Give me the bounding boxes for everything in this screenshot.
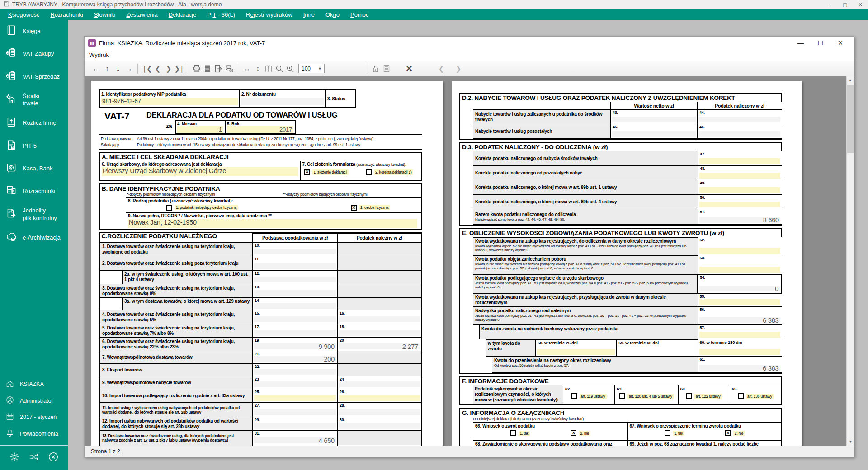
wydruk-menu[interactable]: Wydruk: [85, 49, 854, 61]
menubar-item-4[interactable]: Zestawienia: [121, 10, 163, 19]
row-sublabel: Kwota ta nie może być wyższa niż różnica…: [475, 262, 696, 270]
row-sublabel: Kwota wykazana w poz. 52 nie może być wy…: [475, 244, 696, 252]
application-root: TRYB AWARYJNY - Komputerowa księga przyc…: [0, 0, 868, 470]
pan-left-icon[interactable]: ←: [91, 63, 102, 75]
history-back-icon[interactable]: ❮: [435, 63, 446, 75]
field-number: 63.: [617, 386, 676, 391]
shuffle-icon[interactable]: [28, 451, 40, 465]
field-7-note: (zaznaczyć właściwy kwadrat):: [356, 162, 406, 167]
section-e-last-row: Kwota do przeniesienia na następny okres…: [473, 357, 782, 373]
menubar-item-6[interactable]: PIT - 36(L): [202, 10, 241, 19]
row-value-1: 31.4 650: [253, 431, 338, 445]
sidebar-item-vat-zakupy[interactable]: VAT-Zakupy: [0, 42, 68, 65]
sidebar-item-rozrachunki[interactable]: Rozrachunki: [0, 180, 68, 202]
pan-up-icon[interactable]: ↑: [102, 63, 113, 75]
last-page-icon[interactable]: ❯❘: [174, 63, 184, 75]
menubar-item-10[interactable]: Pomoc: [345, 10, 374, 19]
field-6: 6. Urząd skarbowy, do którego adresowana…: [100, 161, 300, 180]
field-number: 51.: [700, 210, 705, 214]
scroll-down-icon[interactable]: ▼: [847, 438, 854, 446]
row-label: 6. Dostawa towarów oraz świadczenie usłu…: [100, 338, 253, 351]
first-page-icon[interactable]: ❘❮: [141, 63, 152, 75]
xml-export-icon[interactable]: XML: [202, 63, 213, 75]
sidebar-item-ksi-ga[interactable]: Księga: [0, 20, 68, 42]
sidebar-item-label: e-Archiwizacja: [23, 234, 61, 241]
sidebar-item-rozlicz-firm-[interactable]: Rozlicz firmę: [0, 112, 68, 134]
sidebar-footer-item-ksiazka[interactable]: KSIAZKA: [0, 376, 68, 393]
sidebar-item-jednolity-plik-kontrolny[interactable]: JPKJednolity plik kontrolny: [0, 202, 68, 226]
scrollbar-thumb[interactable]: [847, 85, 854, 153]
sidebar-footer: KSIAZKAAdministrator2017 - styczeńPowiad…: [0, 376, 68, 470]
menubar-item-7[interactable]: Rejestr wydruków: [241, 10, 298, 19]
pan-down-icon[interactable]: ↓: [113, 63, 123, 75]
section-c-row: 2a. w tym świadczenie usług, o których m…: [100, 271, 421, 284]
field-fill: [254, 330, 336, 336]
report-icon: ▮▮: [88, 39, 96, 47]
row-label: 12. Import usług nabywanych od podatnikó…: [100, 417, 253, 431]
row-value-2: [338, 243, 421, 256]
menubar-item-5[interactable]: Deklaracje: [163, 10, 202, 19]
menubar-item-1[interactable]: Księgowość: [3, 10, 45, 19]
sidebar-footer-item-powiadomienia[interactable]: Powiadomienia: [0, 426, 68, 442]
close-circle-icon[interactable]: [47, 451, 59, 465]
section-c-col1-header: Podstawa opodatkowania w zł: [253, 233, 338, 243]
row-value-1: 15.: [253, 310, 338, 324]
row-value-2: [338, 431, 421, 445]
field-number: 20: [340, 338, 344, 343]
field-number: 61.: [700, 357, 705, 362]
doc-maximize-button[interactable]: ☐: [811, 37, 830, 49]
sidebar-item-vat-sprzeda-[interactable]: VAT-Sprzedaż: [0, 66, 68, 88]
form-code: VAT-7: [104, 111, 129, 122]
field-fill: [254, 409, 336, 415]
close-preview-icon[interactable]: ✕: [404, 63, 415, 75]
preview-vertical-scrollbar[interactable]: ▲ ▼: [846, 76, 854, 446]
gear-icon[interactable]: [9, 451, 20, 465]
lock-icon[interactable]: [370, 63, 381, 75]
doc-minimize-button[interactable]: —: [791, 37, 811, 49]
checkbox-label: art. 120 ust. 4 lub 5 ustawy: [627, 394, 674, 399]
fit-width-icon[interactable]: ↔: [241, 63, 252, 75]
scroll-up-icon[interactable]: ▲: [847, 76, 854, 84]
menubar-item-3[interactable]: Słowniki: [89, 10, 121, 19]
sidebar-footer-item-2017-styczeń[interactable]: 2017 - styczeń: [0, 409, 68, 426]
field-7: 7. Cel złożenia formularza (zaznaczyć wł…: [300, 161, 421, 180]
fit-height-icon[interactable]: ↕: [252, 63, 263, 75]
zoom-in-icon[interactable]: [285, 63, 296, 75]
sidebar-footer-item-administrator[interactable]: Administrator: [0, 393, 68, 409]
menubar-item-9[interactable]: Okno: [320, 10, 345, 19]
row-value-1: 45.: [611, 124, 698, 139]
app-minimize-button[interactable]: –: [822, 0, 837, 9]
section-c-col2-header: Podatek należny w zł: [338, 233, 421, 243]
app-close-button[interactable]: ✕: [853, 0, 868, 9]
sidebar-item-e-archiwizacja[interactable]: e-Archiwizacja: [0, 226, 68, 249]
print-add-icon[interactable]: [224, 63, 235, 75]
summary-icon[interactable]: [381, 63, 392, 75]
menubar-item-8[interactable]: Inne: [298, 10, 320, 19]
toolbar-separator: [367, 64, 367, 74]
prev-page-icon[interactable]: ❮: [152, 63, 163, 75]
app-maximize-button[interactable]: ▢: [837, 0, 853, 9]
pan-right-icon[interactable]: →: [123, 63, 134, 75]
zoom-out-icon[interactable]: [274, 63, 285, 75]
toolbar-separator: [137, 64, 138, 74]
sidebar-item-kasa-bank[interactable]: Kasa, Bank: [0, 157, 68, 180]
field-60: 60. w terminie 180 dni: [698, 339, 782, 357]
sidebar-item--rodki-trwa-e[interactable]: Środki trwałe: [0, 88, 68, 112]
checkbox-label: 1. złożenie deklaracji: [312, 169, 349, 175]
menubar-item-2[interactable]: Rozrachunki: [45, 10, 88, 19]
print-icon[interactable]: [191, 63, 202, 75]
row-label: Kwota wydatkowana na zakup kas rejestruj…: [473, 293, 698, 307]
field-fill: [612, 131, 696, 137]
field-number: 57.: [700, 325, 705, 330]
section-g-cell-66: 66. Wniosek o zwrot podatku1. tak✕2. nie: [473, 423, 628, 441]
two-page-icon[interactable]: [263, 63, 274, 75]
doc-close-button[interactable]: ✕: [830, 37, 850, 49]
sidebar-footer-label: 2017 - styczeń: [20, 414, 57, 421]
history-forward-icon[interactable]: ❯: [453, 63, 463, 75]
export-icon[interactable]: [213, 63, 224, 75]
zoom-level-select[interactable]: 100▼: [298, 64, 325, 73]
section-g-cell-67: 67. Wniosek o przyspieszenie terminu zwr…: [627, 423, 782, 441]
sidebar-item-pit-5[interactable]: PIT-5: [0, 135, 68, 157]
next-page-icon[interactable]: ❯: [163, 63, 174, 75]
section-c-row: 4. Dostawa towarów oraz świadczenie usłu…: [100, 310, 421, 324]
